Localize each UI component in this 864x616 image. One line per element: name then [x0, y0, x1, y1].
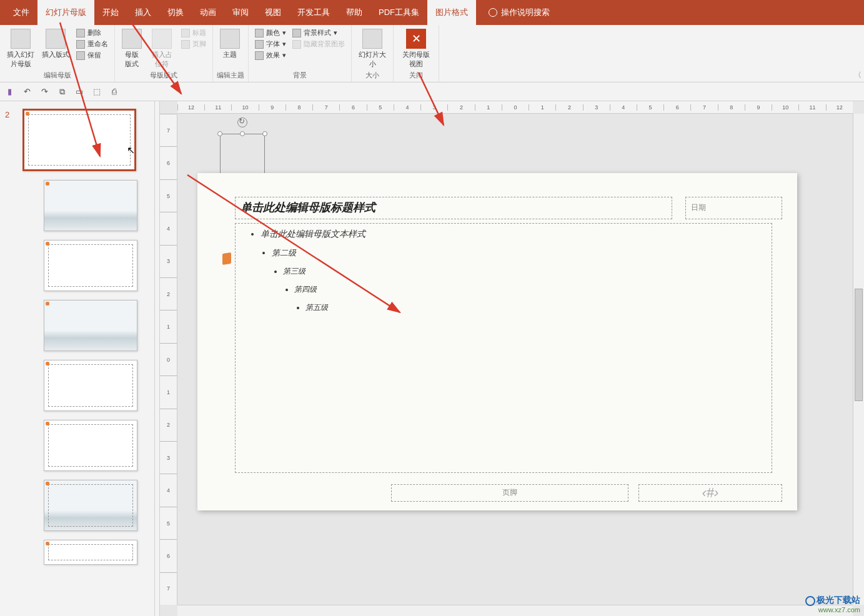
tab-view[interactable]: 视图 — [257, 0, 289, 25]
rotate-handle-icon[interactable] — [237, 117, 247, 127]
svg-line-0 — [60, 22, 100, 156]
hide-background-checkbox[interactable]: 隐藏背景图形 — [290, 39, 347, 49]
slide-master-icon — [11, 29, 31, 49]
chevron-down-icon: ▾ — [282, 40, 286, 48]
tab-file[interactable]: 文件 — [5, 0, 37, 25]
save-button[interactable]: ▮ — [4, 86, 15, 97]
fonts-dropdown[interactable]: 字体▾ — [252, 39, 289, 49]
bgstyle-icon — [292, 29, 301, 37]
group-label: 背景 — [252, 71, 347, 81]
colors-dropdown[interactable]: 颜色▾ — [252, 27, 289, 38]
colors-icon — [255, 29, 264, 37]
chevron-down-icon: ▾ — [282, 29, 286, 37]
horizontal-scrollbar[interactable] — [177, 605, 853, 616]
insert-slide-master-button[interactable]: 插入幻灯片母版 — [4, 27, 37, 70]
footer-placeholder[interactable]: 页脚 — [391, 484, 628, 502]
office-logo-icon — [26, 112, 29, 116]
chevron-down-icon: ▾ — [334, 29, 337, 37]
vertical-scrollbar[interactable] — [853, 114, 864, 605]
theme-button[interactable]: 主题 — [217, 27, 243, 61]
tab-help[interactable]: 帮助 — [338, 0, 370, 25]
slide-thumbnail-panel[interactable]: 2 ↖ — [0, 101, 155, 616]
resize-handle[interactable] — [217, 131, 222, 136]
tab-review[interactable]: 审阅 — [224, 0, 257, 25]
background-styles-dropdown[interactable]: 背景样式▾ — [290, 27, 347, 38]
panel-splitter[interactable] — [155, 101, 160, 616]
tab-pdfkit[interactable]: PDF工具集 — [370, 0, 427, 25]
office-logo-icon — [46, 362, 49, 365]
group-label: 编辑主题 — [217, 71, 244, 81]
lightbulb-icon — [489, 8, 497, 17]
close-icon: ✕ — [406, 29, 426, 49]
office-logo-icon — [46, 422, 49, 425]
resize-handle[interactable] — [262, 131, 267, 136]
chevron-down-icon: ▾ — [282, 51, 286, 59]
horizontal-ruler: 1211109876543210123456789101112 — [177, 101, 853, 114]
tab-devtools[interactable]: 开发工具 — [289, 0, 338, 25]
scrollbar-thumb[interactable] — [855, 289, 863, 401]
office-logo-icon — [46, 182, 49, 186]
office-logo-icon — [46, 242, 49, 246]
svg-line-2 — [419, 72, 444, 125]
checkbox-icon — [292, 40, 301, 49]
effects-icon — [255, 51, 264, 60]
group-background: 颜色▾ 字体▾ 效果▾ 背景样式▾ 隐藏背景图形 背景 — [249, 25, 352, 82]
annotation-arrow — [175, 150, 412, 337]
layout-thumbnail[interactable] — [44, 300, 137, 351]
watermark: 极光下载站 www.xz7.com — [805, 595, 860, 614]
office-logo-icon — [46, 482, 49, 485]
svg-line-1 — [131, 22, 181, 94]
slide-size-button[interactable]: 幻灯片大小 — [355, 27, 389, 70]
annotation-arrow — [350, 69, 462, 150]
master-index: 2 — [5, 110, 9, 119]
undo-button[interactable]: ↶ — [21, 86, 32, 97]
resize-handle[interactable] — [240, 131, 245, 136]
close-master-view-button[interactable]: ✕ 关闭母版视图 — [397, 27, 435, 70]
theme-icon — [220, 29, 240, 49]
fonts-icon — [255, 40, 264, 49]
collapse-ribbon-button[interactable]: 〈 — [854, 70, 862, 81]
layout-thumbnail[interactable] — [44, 240, 137, 291]
layout-thumbnail[interactable] — [44, 420, 137, 471]
slide-size-icon — [362, 29, 382, 49]
date-placeholder[interactable]: 日期 — [685, 197, 782, 219]
watermark-logo-icon — [805, 596, 815, 606]
svg-line-3 — [187, 175, 400, 312]
tell-me-search[interactable]: 操作说明搜索 — [489, 7, 550, 18]
annotation-arrow — [37, 19, 137, 175]
layout-thumbnail[interactable] — [44, 540, 137, 565]
office-logo-icon — [46, 302, 49, 306]
layout-thumbnail[interactable] — [44, 360, 137, 411]
effects-dropdown[interactable]: 效果▾ — [252, 50, 289, 61]
layout-thumbnail[interactable] — [44, 480, 137, 531]
office-logo-icon — [46, 542, 49, 545]
tab-picture-format[interactable]: 图片格式 — [427, 0, 476, 25]
annotation-arrow — [125, 19, 200, 106]
page-number-placeholder[interactable]: ‹#› — [638, 484, 782, 502]
main-area: 2 ↖ 1211109876543210123456789101112 7654… — [0, 101, 864, 616]
layout-thumbnail[interactable] — [44, 180, 137, 231]
group-edit-theme: 主题 编辑主题 — [213, 25, 249, 82]
